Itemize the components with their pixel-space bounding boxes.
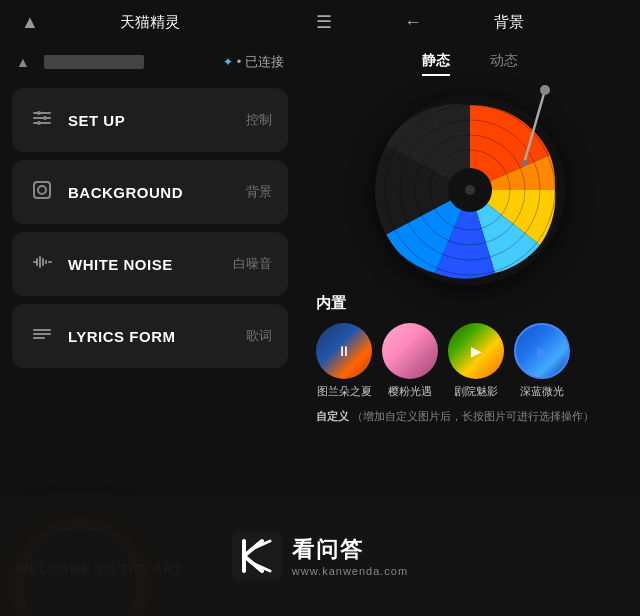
menu-item-lyrics[interactable]: LYRICS FORM 歌词 — [12, 304, 288, 368]
custom-label: 自定义 — [316, 410, 349, 422]
setup-sublabel: 控制 — [246, 111, 272, 129]
thumb-label-2: 樱粉光遇 — [388, 384, 432, 399]
thumb-label-3: 剧院魅影 — [454, 384, 498, 399]
thumb-item-1[interactable]: ⏸ 图兰朵之夏 — [316, 323, 372, 399]
svg-point-4 — [43, 116, 47, 120]
white-noise-label: WHITE NOISE — [68, 256, 221, 273]
white-noise-main: WHITE NOISE — [56, 256, 233, 273]
pause-icon-1: ⏸ — [337, 343, 351, 359]
header-left: ▲ 天猫精灵 — [0, 0, 300, 44]
thumb-label-4: 深蓝微光 — [520, 384, 564, 399]
thumb-label-1: 图兰朵之夏 — [317, 384, 372, 399]
thumb-circle-3: ▶ — [448, 323, 504, 379]
vinyl-container — [300, 88, 640, 288]
header-right: ☰ ← 背景 — [300, 0, 640, 44]
svg-rect-6 — [34, 182, 50, 198]
thumb-circle-2 — [382, 323, 438, 379]
background-sublabel: 背景 — [246, 183, 272, 201]
svg-point-26 — [465, 185, 475, 195]
background-icon — [28, 180, 56, 205]
background-main: BACKGROUND — [56, 184, 246, 201]
vinyl-wrapper — [375, 95, 565, 285]
builtin-label: 内置 — [300, 288, 640, 323]
svg-point-19 — [522, 160, 528, 166]
vinyl-needle — [495, 85, 555, 175]
right-panel-title: 背景 — [494, 13, 524, 32]
svg-line-17 — [525, 90, 545, 160]
bluetooth-status: ✦ • 已连接 — [223, 53, 284, 71]
thumb-item-4[interactable]: ▶ 深蓝微光 — [514, 323, 570, 399]
setup-label: SET UP — [68, 112, 234, 129]
watermark-main-text: 看问答 — [292, 535, 408, 565]
svg-point-7 — [38, 186, 46, 194]
custom-subtext: （增加自定义图片后，长按图片可进行选择操作） — [352, 410, 594, 422]
watermark-logo: 看问答 www.kanwenda.com — [232, 531, 408, 581]
play-icon-4: ▶ — [537, 343, 548, 359]
white-noise-sublabel: 白噪音 — [233, 255, 272, 273]
menu-item-background[interactable]: BACKGROUND 背景 — [12, 160, 288, 224]
watermark-sub-text: www.kanwenda.com — [292, 565, 408, 577]
bluetooth-icon: ✦ — [223, 55, 233, 69]
lyrics-main: LYRICS FORM — [56, 328, 246, 345]
back-button[interactable]: ← — [404, 12, 422, 33]
setup-main: SET UP — [56, 112, 246, 129]
app-title: 天猫精灵 — [44, 13, 256, 32]
status-bar: ▲ ✦ • 已连接 — [0, 44, 300, 80]
thumb-circle-4: ▶ — [514, 323, 570, 379]
svg-rect-27 — [232, 531, 282, 581]
thumb-circle-1: ⏸ — [316, 323, 372, 379]
menu-list: SET UP 控制 BACKGROUND 背景 — [0, 80, 300, 376]
kanwenda-logo-icon — [232, 531, 282, 581]
white-noise-icon — [28, 252, 56, 277]
tab-dynamic[interactable]: 动态 — [490, 52, 518, 76]
tab-static[interactable]: 静态 — [422, 52, 450, 76]
tabs-row: 静态 动态 — [300, 44, 640, 88]
signal-bar — [44, 55, 144, 69]
hamburger-icon[interactable]: ☰ — [316, 11, 332, 33]
lyrics-icon — [28, 324, 56, 349]
background-label: BACKGROUND — [68, 184, 234, 201]
lyrics-sublabel: 歌词 — [246, 327, 272, 345]
menu-item-setup[interactable]: SET UP 控制 — [12, 88, 288, 152]
menu-item-white-noise[interactable]: WHITE NOISE 白噪音 — [12, 232, 288, 296]
thumb-item-2[interactable]: 樱粉光遇 — [382, 323, 438, 399]
svg-point-3 — [37, 111, 41, 115]
svg-point-18 — [540, 85, 550, 95]
custom-text-row: 自定义 （增加自定义图片后，长按图片可进行选择操作） — [300, 399, 640, 428]
thumbnails-row: ⏸ 图兰朵之夏 樱粉光遇 ▶ 剧院魅影 ▶ 深蓝微光 — [300, 323, 640, 399]
watermark-text-block: 看问答 www.kanwenda.com — [292, 535, 408, 577]
thumb-item-3[interactable]: ▶ 剧院魅影 — [448, 323, 504, 399]
connected-text: • 已连接 — [237, 53, 284, 71]
wifi-icon: ▲ — [16, 12, 44, 33]
svg-point-5 — [37, 121, 41, 125]
wifi-icon: ▲ — [16, 54, 30, 70]
watermark-overlay: 看问答 www.kanwenda.com — [0, 496, 640, 616]
lyrics-label: LYRICS FORM — [68, 328, 234, 345]
setup-icon — [28, 108, 56, 133]
play-icon-3: ▶ — [471, 343, 482, 359]
